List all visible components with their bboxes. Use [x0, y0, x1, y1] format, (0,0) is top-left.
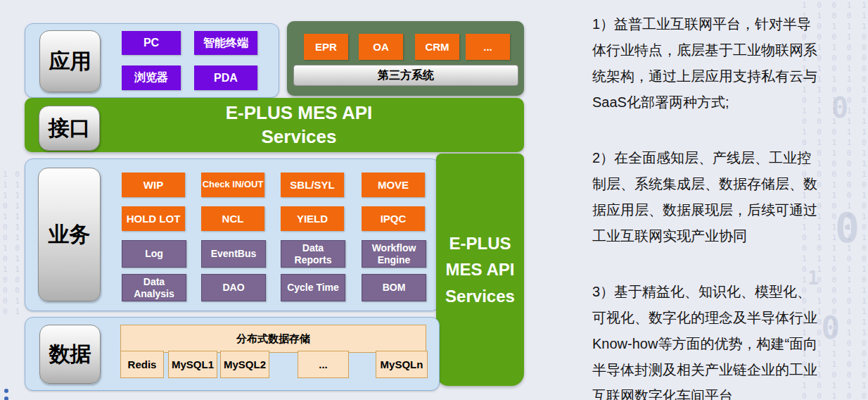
notes-text-block: 1）益普工业互联网平台，针对半导体行业特点，底层基于工业物联网系统架构，通过上层…: [592, 11, 819, 400]
layer-label-text: 数据: [49, 340, 91, 369]
third-party-system-bar: 第三方系统: [293, 65, 518, 86]
db-box-mysqln: MySQLn: [376, 351, 428, 378]
business-box-eventbus: EventBus: [201, 240, 266, 268]
note-paragraph-3: 3）基于精益化、知识化、模型化、可视化、数字化的理念及半导体行业Know-how…: [592, 279, 819, 400]
data-layer-panel: 数据 分布式数据存储 Redis MySQL1 MySQL2 ... MySQL…: [25, 317, 440, 391]
layer-label-text: 接口: [49, 114, 91, 143]
interface-layer-banner: 接口 E-PLUS MES API Services: [25, 98, 524, 152]
binary-watermark-left: 1 0 0 1 1 1 1 1 0 0 1 1 1 1 0 0 1 1 0 1 …: [3, 169, 27, 317]
layer-label-application: 应用: [39, 30, 101, 92]
business-box-ncl: NCL: [201, 206, 264, 231]
db-box-mysql1: MySQL1: [168, 351, 217, 378]
third-party-panel: EPR OA CRM ... 第三方系统: [287, 21, 524, 96]
business-box-ipqc: IPQC: [362, 206, 425, 231]
business-box-workflow-engine: Workflow Engine: [362, 240, 426, 268]
note-paragraph-1: 1）益普工业互联网平台，针对半导体行业特点，底层基于工业物联网系统架构，通过上层…: [592, 11, 819, 115]
layer-label-text: 业务: [49, 220, 91, 249]
layer-label-data: 数据: [39, 325, 101, 384]
business-layer-panel: 业务 WIP Check IN/OUT SBL/SYL MOVE HOLD LO…: [25, 158, 440, 311]
layer-label-interface: 接口: [39, 106, 100, 151]
business-box-cycle-time: Cycle Time: [281, 274, 345, 301]
third-party-box-epr: EPR: [304, 34, 348, 60]
business-box-check-in-out: Check IN/OUT: [201, 173, 264, 197]
note-paragraph-2: 2）在全面感知层、产线层、工业控制层、系统集成层、数据存储层、数据应用层、数据展…: [592, 145, 819, 249]
business-box-dao: DAO: [201, 274, 266, 301]
page: { "diagram": { "app_layer": { "label": "…: [0, 0, 868, 400]
layer-label-text: 应用: [49, 47, 91, 76]
app-box-pc: PC: [122, 31, 181, 55]
db-box-mysql2: MySQL2: [220, 351, 269, 378]
business-box-sbl-syl: SBL/SYL: [281, 173, 344, 197]
business-box-data-analysis: Data Analysis: [122, 274, 186, 301]
big-zero-glyph: 0: [831, 92, 848, 124]
application-layer-panel: 应用 PC 智能终端 浏览器 PDA: [25, 23, 279, 98]
big-zero-glyph: 0: [835, 204, 860, 252]
business-box-data-reports: Data Reports: [281, 240, 345, 268]
distributed-storage-box: 分布式数据存储: [120, 325, 426, 353]
business-box-wip: WIP: [122, 173, 185, 197]
business-box-move: MOVE: [362, 173, 425, 197]
big-zero-glyph: 0: [822, 310, 841, 346]
third-party-box-crm: CRM: [415, 34, 459, 60]
third-party-box-oa: OA: [359, 34, 403, 60]
app-box-browser: 浏览器: [122, 65, 181, 90]
api-sidebar-title: E-PLUS MES API Services: [445, 230, 515, 309]
decorative-dot: [4, 396, 8, 400]
api-services-sidebar: E-PLUS MES API Services: [436, 154, 524, 386]
db-box-more: ...: [298, 351, 349, 378]
interface-banner-title: E-PLUS MES API Services: [226, 101, 373, 149]
layer-label-business: 业务: [38, 168, 101, 301]
decorative-dot: [4, 389, 8, 393]
app-box-smart-terminal: 智能终端: [194, 31, 257, 55]
business-box-log: Log: [122, 240, 186, 268]
third-party-box-more: ...: [466, 34, 510, 60]
business-box-hold-lot: HOLD LOT: [122, 206, 185, 231]
business-box-yield: YIELD: [281, 206, 344, 231]
app-box-pda: PDA: [194, 65, 257, 90]
db-box-redis: Redis: [120, 351, 164, 378]
business-box-bom: BOM: [362, 274, 426, 301]
